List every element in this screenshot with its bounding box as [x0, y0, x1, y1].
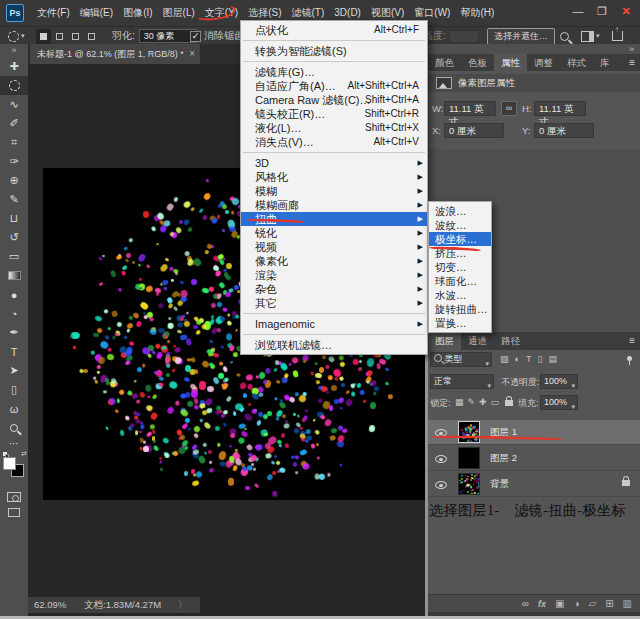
adjustment-layer-icon[interactable]: ◑: [573, 595, 579, 613]
height-field[interactable]: 11.11 英寸: [534, 101, 586, 116]
distort-submenu-item-1[interactable]: 波纹…: [429, 218, 491, 232]
menubar-item-11[interactable]: 帮助(H): [455, 0, 499, 26]
menubar-item-5[interactable]: 文字(Y): [200, 0, 243, 26]
hand-tool[interactable]: ω: [0, 399, 28, 418]
shape-tool[interactable]: ▯: [0, 380, 28, 399]
new-group-icon[interactable]: ▱: [588, 595, 596, 613]
maximize-button[interactable]: ❐: [590, 0, 614, 24]
visibility-eye-icon[interactable]: [435, 429, 447, 437]
width-field[interactable]: 11.11 英寸: [444, 101, 496, 116]
lock-position-icon[interactable]: ✚: [479, 397, 487, 407]
distort-submenu-item-8[interactable]: 置换…: [429, 316, 491, 330]
filter-menu-item-15[interactable]: 扭曲▶: [241, 212, 427, 226]
blend-mode-dropdown[interactable]: 正常 ▾: [430, 374, 494, 389]
gradient-tool[interactable]: [0, 266, 28, 285]
dodge-tool[interactable]: ◔: [0, 304, 28, 323]
type-tool[interactable]: T: [0, 342, 28, 361]
panel-collapse-icon[interactable]: »: [629, 44, 634, 54]
eraser-tool[interactable]: ▭: [0, 247, 28, 266]
eyedropper-tool[interactable]: ✑: [0, 152, 28, 171]
filter-menu-item-11[interactable]: 3D▶: [241, 156, 427, 170]
status-expand-icon[interactable]: 〉: [178, 597, 188, 613]
filter-menu-item-16[interactable]: 锐化▶: [241, 226, 427, 240]
pixel-filter-icon[interactable]: ▨: [500, 354, 509, 364]
fill-dropdown[interactable]: 100% ▾: [540, 395, 578, 410]
search-icon[interactable]: [560, 32, 569, 41]
share-icon[interactable]: [612, 31, 623, 41]
ellipse-marquee-tool[interactable]: [0, 76, 28, 95]
panel-menu-icon[interactable]: ≡: [629, 54, 635, 71]
filter-menu-item-5[interactable]: 自适应广角(A)…Alt+Shift+Ctrl+A: [241, 79, 427, 93]
distort-submenu-item-5[interactable]: 球面化…: [429, 274, 491, 288]
minimize-button[interactable]: —: [566, 0, 590, 24]
menubar-item-4[interactable]: 图层(L): [158, 0, 200, 26]
healing-brush-tool[interactable]: ⊕: [0, 171, 28, 190]
layers-tab-图层[interactable]: 图层: [428, 332, 461, 350]
menubar-item-3[interactable]: 图像(I): [118, 0, 157, 26]
height-input[interactable]: [449, 30, 479, 43]
ellipse-marquee-icon[interactable]: [8, 31, 19, 42]
zoom-level[interactable]: 62.09%: [34, 597, 66, 613]
lock-all-icon[interactable]: [505, 400, 513, 406]
filter-menu-item-20[interactable]: 杂色▶: [241, 282, 427, 296]
move-tool[interactable]: ✚: [0, 57, 28, 76]
new-selection-mode-icon[interactable]: [36, 29, 51, 44]
smart-object-filter-icon[interactable]: ▤: [548, 354, 557, 364]
layer-row-图层 1[interactable]: 图层 1: [428, 420, 640, 445]
filter-menu-item-13[interactable]: 模糊▶: [241, 184, 427, 198]
layer-row-图层 2[interactable]: 图层 2: [428, 446, 640, 471]
antialias-checkbox[interactable]: ✓: [190, 31, 201, 42]
path-select-tool[interactable]: ➤: [0, 361, 28, 380]
opacity-dropdown[interactable]: 100% ▾: [540, 374, 578, 389]
menubar-item-2[interactable]: 编辑(E): [75, 0, 118, 26]
distort-submenu-item-6[interactable]: 水波…: [429, 288, 491, 302]
filter-menu-item-23[interactable]: Imagenomic▶: [241, 317, 427, 331]
chevron-down-icon[interactable]: ▾: [596, 32, 600, 40]
distort-submenu-item-3[interactable]: 挤压…: [429, 246, 491, 260]
layer-filter-dropdown[interactable]: 类型 ▾: [430, 352, 492, 367]
foreground-color-swatch[interactable]: [3, 457, 16, 470]
distort-submenu-item-4[interactable]: 切变…: [429, 260, 491, 274]
select-and-mask-button[interactable]: 选择并遮住…: [487, 28, 555, 45]
blur-tool[interactable]: ●: [0, 285, 28, 304]
panel-tab-样式[interactable]: 样式: [560, 54, 593, 71]
layers-tab-通道[interactable]: 通道: [461, 332, 494, 350]
visibility-eye-icon[interactable]: [435, 481, 447, 489]
filter-menu-item-8[interactable]: 液化(L)…Shift+Ctrl+X: [241, 121, 427, 135]
swap-colors-icon[interactable]: ⇄: [21, 450, 27, 458]
layer-thumbnail[interactable]: [458, 473, 480, 495]
document-tab[interactable]: 未标题-1 @ 62.1% (图层 1, RGB/8) * ×: [30, 44, 200, 64]
lock-transparency-icon[interactable]: ▦: [455, 397, 464, 407]
brush-tool[interactable]: ✎: [0, 190, 28, 209]
zoom-tool[interactable]: [0, 418, 28, 437]
filter-menu-item-18[interactable]: 像素化▶: [241, 254, 427, 268]
delete-layer-icon[interactable]: ▥: [623, 595, 632, 613]
filter-menu-item-2[interactable]: 转换为智能滤镜(S): [241, 44, 427, 58]
layers-panel-menu-icon[interactable]: ≡: [629, 332, 635, 350]
layer-effects-icon[interactable]: fx: [538, 595, 546, 613]
panel-tab-色板[interactable]: 色板: [461, 54, 494, 71]
clone-stamp-tool[interactable]: ⊔: [0, 209, 28, 228]
workspace-icon[interactable]: [581, 31, 594, 42]
screen-mode-icon[interactable]: [8, 508, 20, 517]
link-layers-icon[interactable]: ∞: [522, 595, 529, 613]
toolbar-collapse-icon[interactable]: »: [0, 44, 28, 57]
history-brush-tool[interactable]: ↺: [0, 228, 28, 247]
quick-selection-tool[interactable]: ✐: [0, 114, 28, 133]
panel-tab-颜色[interactable]: 颜色: [428, 54, 461, 71]
chevron-down-icon[interactable]: ▾: [21, 32, 25, 40]
new-layer-icon[interactable]: ⊞: [605, 595, 613, 613]
lasso-tool[interactable]: ∿: [0, 95, 28, 114]
close-button[interactable]: ✕: [614, 0, 638, 24]
panel-tab-库[interactable]: 库: [593, 54, 617, 71]
distort-submenu-item-7[interactable]: 旋转扭曲…: [429, 302, 491, 316]
shape-filter-icon[interactable]: ▯: [537, 354, 542, 364]
layers-tab-路径[interactable]: 路径: [494, 332, 527, 350]
filter-menu-item-7[interactable]: 镜头校正(R)…Shift+Ctrl+R: [241, 107, 427, 121]
link-dimensions-icon[interactable]: ∞: [501, 101, 517, 116]
layer-thumbnail[interactable]: [458, 421, 480, 443]
panel-tab-调整[interactable]: 调整: [527, 54, 560, 71]
layer-thumbnail[interactable]: [458, 447, 480, 469]
distort-submenu-item-0[interactable]: 波浪…: [429, 204, 491, 218]
edit-toolbar-icon[interactable]: ⋯: [0, 438, 28, 449]
